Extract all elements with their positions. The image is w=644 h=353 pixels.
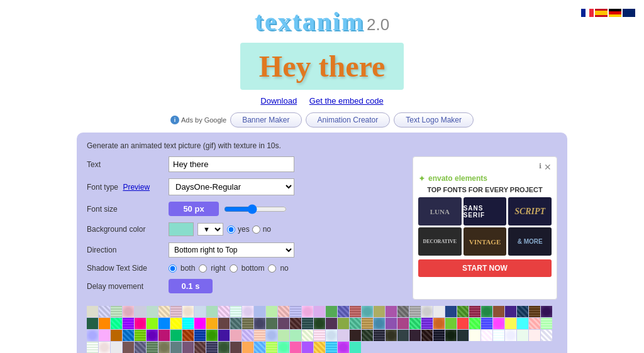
texture-cell[interactable] <box>350 330 361 341</box>
texture-cell[interactable] <box>469 306 480 317</box>
texture-cell[interactable] <box>386 318 397 329</box>
texture-cell[interactable] <box>302 330 313 341</box>
bg-yes-radio[interactable] <box>227 225 235 234</box>
texture-cell[interactable] <box>457 306 469 317</box>
texture-cell[interactable] <box>266 330 277 341</box>
texture-cell[interactable] <box>230 330 242 341</box>
ad-cta-button[interactable]: START NOW <box>418 259 552 277</box>
texture-cell[interactable] <box>147 342 158 353</box>
animation-creator-button[interactable]: Animation Creator <box>306 112 391 128</box>
texture-cell[interactable] <box>87 318 98 329</box>
font-preview-link[interactable]: Preview <box>123 183 150 192</box>
texture-cell[interactable] <box>135 306 146 317</box>
texture-cell[interactable] <box>182 342 194 353</box>
texture-cell[interactable] <box>158 342 170 353</box>
texture-cell[interactable] <box>326 330 337 341</box>
texture-cell[interactable] <box>87 306 98 317</box>
texture-cell[interactable] <box>278 306 289 317</box>
color-swatch[interactable] <box>169 222 194 236</box>
bg-no-radio[interactable] <box>252 225 260 234</box>
texture-cell[interactable] <box>302 342 313 353</box>
texture-cell[interactable] <box>158 306 170 317</box>
texture-cell[interactable] <box>123 342 134 353</box>
download-link[interactable]: Download <box>260 96 297 106</box>
texture-cell[interactable] <box>421 318 433 329</box>
texture-cell[interactable] <box>541 306 552 317</box>
texture-cell[interactable] <box>87 342 98 353</box>
texture-cell[interactable] <box>350 342 361 353</box>
texture-cell[interactable] <box>505 306 516 317</box>
texture-cell[interactable] <box>397 306 409 317</box>
texture-cell[interactable] <box>194 318 206 329</box>
texture-cell[interactable] <box>254 306 265 317</box>
texture-cell[interactable] <box>266 306 277 317</box>
texture-cell[interactable] <box>182 306 194 317</box>
texture-cell[interactable] <box>218 306 230 317</box>
texture-cell[interactable] <box>397 330 409 341</box>
texture-cell[interactable] <box>254 342 265 353</box>
texture-cell[interactable] <box>218 342 230 353</box>
texture-cell[interactable] <box>529 330 540 341</box>
texture-cell[interactable] <box>99 318 110 329</box>
texture-cell[interactable] <box>170 306 182 317</box>
texture-cell[interactable] <box>457 330 469 341</box>
color-dropdown[interactable]: ▼ <box>197 223 223 236</box>
texture-cell[interactable] <box>469 330 480 341</box>
texture-cell[interactable] <box>350 318 361 329</box>
texture-cell[interactable] <box>517 330 528 341</box>
texture-cell[interactable] <box>182 318 194 329</box>
text-logo-maker-button[interactable]: Text Logo Maker <box>394 112 474 128</box>
texture-cell[interactable] <box>158 318 170 329</box>
texture-cell[interactable] <box>541 330 552 341</box>
texture-cell[interactable] <box>254 330 265 341</box>
flag-fr[interactable] <box>581 9 594 17</box>
texture-cell[interactable] <box>350 306 361 317</box>
texture-cell[interactable] <box>170 342 182 353</box>
texture-cell[interactable] <box>421 306 433 317</box>
shadow-no-radio[interactable] <box>268 264 276 273</box>
texture-cell[interactable] <box>445 330 457 341</box>
texture-cell[interactable] <box>242 342 253 353</box>
texture-cell[interactable] <box>230 306 242 317</box>
texture-cell[interactable] <box>230 342 242 353</box>
texture-cell[interactable] <box>493 318 504 329</box>
texture-cell[interactable] <box>374 306 385 317</box>
texture-cell[interactable] <box>493 330 504 341</box>
font-size-slider[interactable] <box>224 204 287 214</box>
texture-cell[interactable] <box>409 330 421 341</box>
texture-cell[interactable] <box>290 306 301 317</box>
texture-cell[interactable] <box>182 330 194 341</box>
texture-cell[interactable] <box>147 318 158 329</box>
texture-cell[interactable] <box>338 318 349 329</box>
texture-cell[interactable] <box>290 330 301 341</box>
texture-cell[interactable] <box>505 318 516 329</box>
texture-cell[interactable] <box>338 330 349 341</box>
texture-cell[interactable] <box>481 306 492 317</box>
flag-de[interactable] <box>609 9 621 17</box>
texture-cell[interactable] <box>409 306 421 317</box>
texture-cell[interactable] <box>397 318 409 329</box>
texture-cell[interactable] <box>230 318 242 329</box>
texture-cell[interactable] <box>99 330 110 341</box>
embed-link[interactable]: Get the embed code <box>309 96 384 106</box>
texture-cell[interactable] <box>111 330 122 341</box>
banner-maker-button[interactable]: Banner Maker <box>230 112 301 128</box>
direction-select[interactable]: Bottom right to Top Left to Right Right … <box>169 242 294 258</box>
texture-cell[interactable] <box>266 318 277 329</box>
texture-cell[interactable] <box>123 330 134 341</box>
texture-cell[interactable] <box>147 306 158 317</box>
texture-cell[interactable] <box>206 330 218 341</box>
texture-cell[interactable] <box>362 306 373 317</box>
texture-cell[interactable] <box>362 330 373 341</box>
texture-cell[interactable] <box>194 342 206 353</box>
texture-cell[interactable] <box>135 342 146 353</box>
texture-cell[interactable] <box>481 318 492 329</box>
ad-close-button[interactable]: ✕ <box>544 162 552 172</box>
texture-cell[interactable] <box>302 306 313 317</box>
texture-cell[interactable] <box>445 306 457 317</box>
texture-cell[interactable] <box>386 330 397 341</box>
texture-cell[interactable] <box>135 330 146 341</box>
texture-cell[interactable] <box>338 342 349 353</box>
font-type-select[interactable]: DaysOne-Regular Arial Impact <box>169 178 294 195</box>
texture-cell[interactable] <box>433 330 445 341</box>
